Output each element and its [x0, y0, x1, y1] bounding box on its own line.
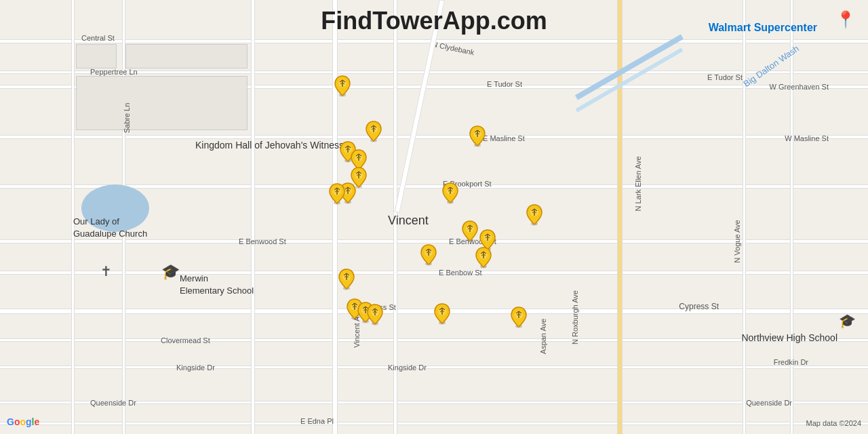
label-queenside-e: Queenside Dr: [746, 399, 792, 407]
tower-pin-18[interactable]: [366, 304, 384, 326]
label-peppertree: Peppertree Ln: [90, 68, 138, 76]
tower-pin-15[interactable]: [338, 269, 355, 290]
label-edna: E Edna Pl: [300, 417, 334, 425]
block-2: [125, 44, 248, 68]
tower-pin-9[interactable]: [441, 182, 459, 204]
tower-pin-13[interactable]: [420, 244, 437, 266]
walmart-label: Walmart Supercenter: [709, 22, 817, 34]
label-central-st: Central St: [81, 34, 115, 42]
tower-pin-1[interactable]: [334, 75, 351, 97]
tower-pin-11[interactable]: [461, 220, 479, 242]
label-vogue: N Vogue Ave: [732, 220, 741, 262]
label-kingside-w: Kingside Dr: [176, 363, 215, 372]
tower-pin-10[interactable]: [526, 204, 543, 226]
cypress-st-label: Cypress St: [679, 302, 719, 311]
label-benbow: E Benbow St: [439, 269, 482, 277]
label-greenhaven: W Greenhaven St: [770, 83, 829, 91]
block-1: [76, 44, 117, 68]
road-vincent: [332, 0, 338, 434]
tower-pin-8[interactable]: [328, 183, 346, 205]
northview-label: Northview High School: [741, 332, 837, 343]
road-lark-ellen: [617, 0, 623, 434]
road-edna: [0, 422, 868, 425]
tower-pin-3[interactable]: [469, 125, 486, 147]
block-3: [76, 76, 248, 130]
road-clovermead: [0, 338, 868, 342]
label-tudor-right: E Tudor St: [707, 73, 743, 81]
google-logo: Google: [7, 416, 39, 427]
app-title: FindTowerApp.com: [321, 7, 547, 35]
label-queenside-w: Queenside Dr: [90, 399, 136, 407]
walmart-pin-icon: 📍: [835, 10, 856, 29]
label-roxburgh: N Roxburgh Ave: [571, 290, 579, 344]
kingdom-hall-label: Kingdom Hall of Jehovah's Witnesses: [195, 139, 354, 153]
label-sabre: Sabre Ln: [123, 103, 131, 134]
road-v2: [251, 0, 255, 434]
label-masline-w: W Masline St: [785, 134, 829, 142]
road-v4: [790, 0, 793, 434]
road-masline: [0, 135, 868, 139]
tower-pin-2[interactable]: [365, 121, 382, 142]
vincent-label: Vincent: [388, 214, 429, 228]
label-aspan: Aspan Ave: [539, 319, 547, 354]
map-container: FindTowerApp.com Walmart Supercenter 📍 B…: [0, 0, 868, 434]
map-data-label: Map data ©2024: [806, 419, 862, 427]
tower-pin-14[interactable]: [475, 247, 492, 269]
label-clovermead: Clovermead St: [161, 336, 210, 344]
road-vogue: [743, 0, 746, 434]
tower-pin-20[interactable]: [510, 307, 528, 328]
label-tudor-e: E Tudor St: [487, 80, 522, 88]
label-lark-ellen: N Lark Ellen Ave: [634, 156, 642, 211]
tower-pin-19[interactable]: [433, 303, 451, 325]
road-kingside: [0, 366, 868, 369]
label-masline-e: E Masline St: [483, 134, 525, 142]
road-benbow: [0, 271, 868, 275]
merwin-label: MerwinElementary School: [180, 273, 254, 297]
label-benwood-w: E Benwood St: [239, 237, 286, 245]
merwin-grad-icon: 🎓: [161, 263, 180, 281]
northview-grad-icon: 🎓: [839, 313, 856, 329]
label-kingside-e: Kingside Dr: [388, 363, 427, 372]
label-fredkin: Fredkin Dr: [774, 358, 808, 366]
our-lady-cross-icon: ✝: [100, 263, 112, 279]
our-lady-label: Our Lady ofGuadalupe Church: [73, 216, 147, 240]
